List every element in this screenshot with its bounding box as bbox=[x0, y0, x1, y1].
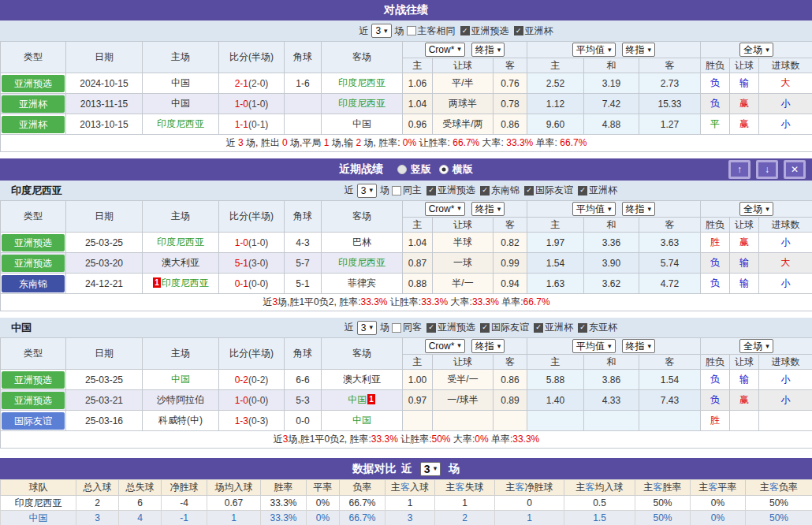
up-arrow-icon: ↑ bbox=[737, 164, 742, 175]
header-select[interactable]: 平均值▾ bbox=[572, 43, 616, 57]
text-segment: 净胜球 bbox=[170, 482, 199, 493]
checkbox-东南锦[interactable]: ✓东南锦 bbox=[480, 184, 520, 197]
near-label: 近 bbox=[359, 24, 368, 38]
odds-cell: 0.76 bbox=[494, 73, 527, 94]
layout-radio-横版[interactable]: 横版 bbox=[439, 162, 473, 177]
compare-table: 球队总入球总失球净胜球场均入球胜率平率负率主客入球主客失球主客净胜球主客均入球主… bbox=[0, 479, 812, 525]
checkbox-东亚杯[interactable]: ✓东亚杯 bbox=[578, 321, 617, 334]
text-segment: 33.3% bbox=[512, 434, 539, 445]
score-cell: 0-1(0-0) bbox=[219, 274, 285, 294]
away-team-cell: 印度尼西亚 bbox=[322, 94, 403, 114]
checkbox-label: 国际友谊 bbox=[535, 184, 573, 197]
header-select[interactable]: 终指▾ bbox=[471, 43, 505, 57]
compare-games-select[interactable]: 3 ▾ bbox=[420, 462, 441, 476]
near-games-select[interactable]: 3▾ bbox=[371, 24, 391, 38]
move-down-button[interactable]: ↓ bbox=[756, 160, 778, 179]
avg-odds-cell bbox=[639, 411, 701, 431]
header-select[interactable]: Crow*▾ bbox=[425, 339, 465, 353]
checkbox-亚洲预选[interactable]: ✓亚洲预选 bbox=[426, 321, 475, 334]
select-value: 3 bbox=[375, 25, 381, 36]
fulltime-score: 0-2 bbox=[235, 374, 248, 385]
near-games-select[interactable]: 3▾ bbox=[357, 321, 377, 335]
team-name-label: 印度尼西亚 bbox=[11, 184, 62, 198]
header-select[interactable]: 终指▾ bbox=[622, 43, 656, 57]
header-select[interactable]: 终指▾ bbox=[622, 202, 656, 216]
header-select[interactable]: 终指▾ bbox=[471, 202, 505, 216]
header-select[interactable]: Crow*▾ bbox=[425, 202, 465, 216]
header-select[interactable]: Crow*▾ bbox=[425, 43, 465, 57]
column-header: 类型 bbox=[1, 201, 66, 233]
halftime-score: (0-0) bbox=[248, 278, 268, 289]
checkbox-亚洲杯[interactable]: ✓亚洲杯 bbox=[514, 24, 553, 38]
indonesia-filterbar: 印度尼西亚 近3▾场同主✓亚洲预选✓东南锦✓国际友谊✓亚洲杯 bbox=[0, 181, 812, 200]
header-select[interactable]: 全场▾ bbox=[739, 202, 773, 216]
team-name: 菲律宾 bbox=[348, 277, 376, 289]
header-select-group: 平均值▾终指▾ bbox=[527, 42, 701, 58]
team-name: 巴林 bbox=[352, 236, 371, 248]
h2h-table: 类型日期主场比分(半场)角球客场Crow*▾终指▾平均值▾终指▾全场▾主让球客主… bbox=[0, 41, 812, 152]
odds-cell: 0.87 bbox=[403, 253, 433, 274]
checkbox-box: ✓ bbox=[480, 323, 490, 333]
league-badge: 亚洲预选 bbox=[2, 255, 65, 272]
away-team-cell: 中国1 bbox=[322, 390, 403, 411]
checkbox-亚洲预选[interactable]: ✓亚洲预选 bbox=[426, 184, 475, 197]
move-up-button[interactable]: ↑ bbox=[728, 160, 751, 179]
text-segment: 客 bbox=[769, 482, 779, 493]
column-subheader: 客 bbox=[494, 355, 527, 370]
chevron-down-icon: ▾ bbox=[369, 187, 373, 194]
compare-column-header: 主客入球 bbox=[386, 480, 435, 496]
chevron-down-icon: ▾ bbox=[434, 465, 438, 472]
recent-title: 近期战绩 bbox=[339, 162, 383, 177]
column-subheader: 进球数 bbox=[759, 355, 812, 370]
halftime-score: (0-0) bbox=[248, 395, 268, 406]
text-segment: 大率: bbox=[448, 296, 472, 307]
text-segment: 66.7% bbox=[560, 137, 587, 148]
score-cell: 5-1(3-0) bbox=[219, 253, 285, 274]
score-cell: 0-2(0-2) bbox=[219, 370, 285, 390]
checkbox-亚洲杯[interactable]: ✓亚洲杯 bbox=[578, 184, 617, 197]
compare-cell: 3 bbox=[76, 511, 119, 525]
checkbox-同主[interactable]: 同主 bbox=[392, 184, 422, 197]
checkbox-亚洲杯[interactable]: ✓亚洲杯 bbox=[534, 321, 573, 334]
league-badge: 亚洲杯 bbox=[2, 95, 65, 113]
odds-cell: 1.04 bbox=[403, 233, 433, 253]
layout-radio-竖版[interactable]: 竖版 bbox=[397, 162, 431, 177]
close-button[interactable]: ✕ bbox=[784, 160, 806, 179]
compare-column-header: 净胜球 bbox=[162, 480, 207, 496]
corner-cell: 0-0 bbox=[285, 411, 322, 431]
header-select-group: 平均值▾终指▾ bbox=[527, 201, 701, 218]
chevron-down-icon: ▾ bbox=[765, 206, 769, 213]
header-select[interactable]: 终指▾ bbox=[471, 339, 505, 353]
checkbox-box: ✓ bbox=[426, 323, 436, 333]
checkbox-同客[interactable]: 同客 bbox=[392, 321, 422, 334]
text-segment: 让胜率: bbox=[398, 434, 432, 445]
column-header: 客场 bbox=[322, 201, 403, 233]
text-segment: 33.3% bbox=[421, 296, 448, 307]
checkbox-国际友谊[interactable]: ✓国际友谊 bbox=[524, 184, 573, 197]
header-select[interactable]: 全场▾ bbox=[739, 339, 773, 353]
text-segment: 净胜球 bbox=[525, 482, 553, 493]
checkbox-亚洲预选[interactable]: ✓亚洲预选 bbox=[460, 24, 509, 38]
column-subheader: 让球 bbox=[730, 355, 759, 370]
header-select[interactable]: 平均值▾ bbox=[572, 339, 616, 353]
avg-odds-cell: 1.40 bbox=[527, 390, 584, 411]
compare-cell: -1 bbox=[162, 511, 207, 525]
near-games-select[interactable]: 3▾ bbox=[357, 184, 377, 198]
text-segment: 均入球 bbox=[595, 482, 624, 493]
header-select[interactable]: 全场▾ bbox=[739, 43, 773, 57]
header-select[interactable]: 平均值▾ bbox=[572, 202, 616, 216]
header-select[interactable]: 终指▾ bbox=[622, 339, 656, 353]
result-cell: 平 bbox=[701, 114, 730, 135]
text-segment: 客 bbox=[654, 482, 663, 493]
home-team-cell: 沙特阿拉伯 bbox=[143, 390, 219, 411]
checkbox-主客相同[interactable]: 主客相同 bbox=[407, 24, 456, 38]
compare-section: 数据对比 近 3 ▾ 场 球队总入球总失球净胜球场均入球胜率平率负率主客入球主客… bbox=[0, 458, 812, 525]
summary-row: 近3场,胜1平0负2, 胜率:33.3% 让胜率:50% 大率:0% 单率:33… bbox=[1, 431, 812, 449]
column-subheader: 客 bbox=[639, 218, 701, 233]
team-name: 中国 bbox=[352, 118, 371, 129]
odds-cell: 0.86 bbox=[494, 370, 527, 390]
result-cell: 输 bbox=[730, 253, 759, 274]
compare-header-row: 球队总入球总失球净胜球场均入球胜率平率负率主客入球主客失球主客净胜球主客均入球主… bbox=[1, 480, 812, 496]
text-segment: 让胜率: bbox=[388, 296, 422, 307]
checkbox-国际友谊[interactable]: ✓国际友谊 bbox=[480, 321, 529, 334]
